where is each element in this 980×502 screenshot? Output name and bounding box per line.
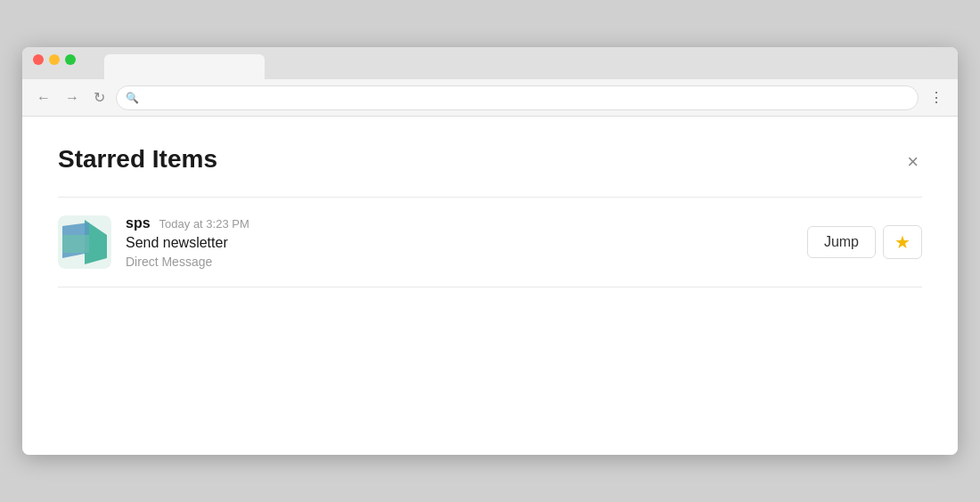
avatar [58,215,111,269]
channel-label: Direct Message [126,255,793,269]
search-icon: 🔍 [126,92,139,104]
message-body: sps Today at 3:23 PM Send newsletter Dir… [126,215,793,269]
jump-button[interactable]: Jump [807,226,876,258]
message-actions: Jump ★ [807,225,922,259]
message-header-line: sps Today at 3:23 PM [126,215,793,231]
forward-button[interactable]: → [61,89,83,107]
svg-marker-3 [62,235,89,253]
browser-window: ← → ↻ 🔍 ⋮ Starred Items × [22,47,958,455]
maximize-traffic-light[interactable] [65,54,76,65]
address-bar: ← → ↻ 🔍 ⋮ [22,79,958,117]
minimize-traffic-light[interactable] [49,54,60,65]
browser-tab[interactable] [104,54,265,79]
timestamp: Today at 3:23 PM [159,217,249,231]
page-header: Starred Items × [58,145,922,198]
traffic-lights [33,54,76,72]
refresh-button[interactable]: ↻ [90,89,109,107]
close-traffic-light[interactable] [33,54,44,65]
back-button[interactable]: ← [33,89,54,107]
url-bar[interactable]: 🔍 [116,85,919,110]
sender-name: sps [126,215,151,231]
browser-menu-button[interactable]: ⋮ [926,85,947,109]
starred-item: sps Today at 3:23 PM Send newsletter Dir… [58,198,922,287]
url-input[interactable] [144,91,909,104]
avatar-image [58,215,111,269]
star-button[interactable]: ★ [883,225,922,259]
page-content: Starred Items × sps [22,117,958,455]
message-text: Send newsletter [126,235,793,251]
close-button[interactable]: × [903,149,922,175]
title-bar [22,47,958,79]
page-title: Starred Items [58,145,217,174]
